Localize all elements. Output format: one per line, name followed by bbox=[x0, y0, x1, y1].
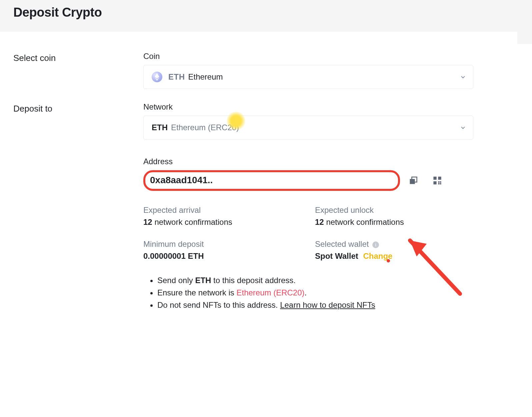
address-label: Address bbox=[143, 157, 473, 166]
svg-rect-5 bbox=[438, 181, 439, 183]
page-title: Deposit Crypto bbox=[13, 5, 519, 20]
network-symbol: ETH bbox=[152, 123, 168, 132]
info-grid: Expected arrival 12 network confirmation… bbox=[143, 206, 473, 261]
expected-arrival-label: Expected arrival bbox=[143, 206, 302, 215]
copy-icon[interactable] bbox=[409, 176, 418, 185]
svg-rect-1 bbox=[410, 179, 415, 184]
step-label-deposit-to: Deposit to bbox=[13, 102, 143, 114]
header-bar: Deposit Crypto bbox=[0, 0, 532, 32]
network-warning: Ethereum (ERC20) bbox=[236, 288, 304, 297]
learn-nft-link[interactable]: Learn how to deposit NFTs bbox=[280, 300, 375, 309]
note-1: Send only ETH to this deposit address. bbox=[157, 274, 473, 286]
qr-code-icon[interactable] bbox=[433, 176, 442, 185]
step-label-select-coin: Select coin bbox=[13, 52, 143, 63]
content: Select coin Coin ETH Ethereum Deposit to bbox=[0, 32, 532, 338]
network-select[interactable]: ETH Ethereum (ERC20) bbox=[143, 116, 473, 140]
network-name: Ethereum (ERC20) bbox=[171, 123, 239, 132]
expected-arrival-unit: network confirmations bbox=[154, 217, 232, 226]
selected-wallet-label-text: Selected wallet bbox=[315, 239, 369, 248]
expected-unlock-label: Expected unlock bbox=[315, 206, 473, 215]
change-wallet-link[interactable]: Change bbox=[363, 251, 392, 260]
min-deposit-text: 0.00000001 ETH bbox=[143, 251, 204, 260]
caret-down-icon bbox=[461, 125, 465, 131]
address-row: 0xa8aad1041.. bbox=[143, 170, 473, 191]
expected-arrival-value: 12 network confirmations bbox=[143, 217, 302, 227]
coin-name: Ethereum bbox=[188, 72, 223, 82]
coin-symbol: ETH bbox=[168, 72, 185, 82]
svg-rect-2 bbox=[433, 177, 436, 180]
expected-arrival: Expected arrival 12 network confirmation… bbox=[143, 206, 302, 227]
selected-wallet-value: Spot Wallet Change bbox=[315, 251, 473, 261]
minimum-deposit-label: Minimum deposit bbox=[143, 239, 302, 249]
selected-wallet-label: Selected wallet i bbox=[315, 239, 473, 249]
note-3: Do not send NFTs to this address. Learn … bbox=[157, 299, 473, 311]
info-icon[interactable]: i bbox=[372, 241, 379, 248]
selected-wallet: Selected wallet i Spot Wallet Change bbox=[315, 239, 473, 261]
network-field-label: Network bbox=[143, 102, 473, 112]
row-select-coin: Select coin Coin ETH Ethereum bbox=[13, 52, 519, 89]
expected-arrival-count: 12 bbox=[143, 217, 152, 226]
svg-rect-8 bbox=[440, 183, 441, 185]
deposit-address[interactable]: 0xa8aad1041.. bbox=[150, 175, 213, 186]
coin-field-label: Coin bbox=[143, 52, 473, 61]
coin-select[interactable]: ETH Ethereum bbox=[143, 65, 473, 89]
address-section: Address 0xa8aad1041.. bbox=[143, 157, 473, 191]
svg-rect-7 bbox=[438, 183, 439, 185]
svg-rect-6 bbox=[440, 181, 441, 183]
svg-rect-3 bbox=[438, 177, 441, 180]
caret-down-icon bbox=[461, 74, 465, 80]
wallet-name: Spot Wallet bbox=[315, 251, 358, 260]
row-deposit-to: Deposit to Network ETH Ethereum (ERC20) … bbox=[13, 102, 519, 311]
expected-unlock-count: 12 bbox=[315, 217, 324, 226]
address-highlight-box: 0xa8aad1041.. bbox=[143, 170, 400, 191]
coin-body: Coin ETH Ethereum bbox=[143, 52, 473, 89]
expected-unlock-value: 12 network confirmations bbox=[315, 217, 473, 227]
network-line: ETH Ethereum (ERC20) bbox=[152, 123, 239, 132]
svg-rect-4 bbox=[433, 181, 436, 184]
minimum-deposit-value: 0.00000001 ETH bbox=[143, 251, 302, 261]
deposit-notes: Send only ETH to this deposit address. E… bbox=[143, 274, 473, 311]
deposit-body: Network ETH Ethereum (ERC20) Address 0xa… bbox=[143, 102, 473, 311]
ethereum-icon bbox=[152, 72, 162, 82]
expected-unlock: Expected unlock 12 network confirmations bbox=[315, 206, 473, 227]
expected-unlock-unit: network confirmations bbox=[326, 217, 404, 226]
note-2: Ensure the network is Ethereum (ERC20). bbox=[157, 286, 473, 299]
minimum-deposit: Minimum deposit 0.00000001 ETH bbox=[143, 239, 302, 261]
